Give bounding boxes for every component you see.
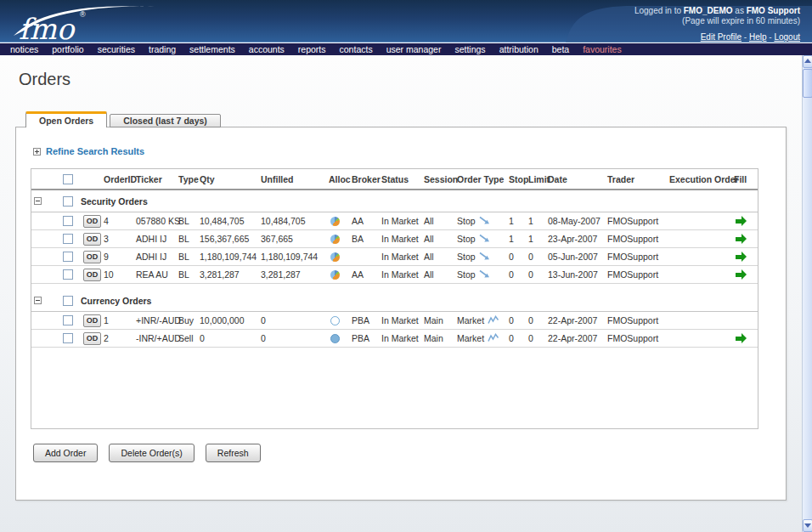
order-row: OD3ADHI IJBL156,367,665367,665BAIn Marke… [31, 230, 758, 248]
nav-item-attribution[interactable]: attribution [493, 44, 545, 54]
table-header: OrderIDTickerTypeQtyUnfilledAllocBrokerS… [31, 169, 758, 190]
nav-item-accounts[interactable]: accounts [242, 44, 291, 54]
cell-broker: AA [352, 269, 381, 280]
cell-qty: 1,180,109,744 [200, 252, 261, 262]
add-order-button[interactable]: Add Order [33, 444, 98, 462]
help-link[interactable]: Help [749, 32, 767, 42]
select-all-checkbox[interactable] [63, 174, 73, 184]
green-arrow-icon[interactable] [736, 337, 742, 341]
group-row-currency-orders: Currency Orders [31, 290, 758, 312]
cell-fill [734, 255, 758, 259]
header-links: Edit Profile - Help - Logout [634, 32, 800, 42]
edit-profile-link[interactable]: Edit Profile [701, 32, 742, 42]
row-checkbox[interactable] [63, 333, 73, 343]
order-detail-button[interactable]: OD [83, 215, 101, 228]
row-checkbox[interactable] [63, 234, 73, 244]
order-detail-button[interactable]: OD [83, 251, 101, 263]
group-select-checkbox[interactable] [63, 296, 73, 306]
collapse-group-icon[interactable] [34, 197, 42, 205]
cell-orderid: 9 [104, 252, 136, 262]
nav-item-securities[interactable]: securities [91, 44, 142, 54]
row-checkbox[interactable] [63, 315, 73, 325]
tab-closed-last-7-days[interactable]: Closed (last 7 days) [110, 114, 221, 127]
green-arrow-icon[interactable] [736, 255, 742, 259]
cell-qty: 10,484,705 [200, 216, 261, 226]
cell-ticker: ADHI IJ [136, 252, 178, 262]
fmo-logo[interactable]: fmo ® [12, 2, 161, 45]
table-body: Security OrdersOD4057880 KSBL10,484,7051… [31, 190, 758, 348]
cell-trader: FMOSupport [607, 315, 669, 325]
cell-broker: BA [352, 234, 381, 244]
pie-allocation-icon[interactable] [330, 235, 340, 244]
green-arrow-icon[interactable] [736, 273, 742, 277]
market-trend-icon [488, 333, 499, 342]
nav-item-settlements[interactable]: settlements [183, 44, 242, 54]
cell-trader: FMOSupport [607, 216, 669, 226]
cell-limit: 0 [528, 333, 548, 343]
cell-trader: FMOSupport [607, 234, 669, 244]
cell-session: Main [424, 315, 457, 325]
scrollbar-thumb[interactable] [803, 69, 812, 98]
logo-text: fmo [19, 12, 76, 42]
tab-open-orders[interactable]: Open Orders [25, 111, 107, 127]
cell-orderid: 2 [104, 333, 136, 343]
order-detail-button[interactable]: OD [83, 332, 101, 345]
fmo-logo-graphic: fmo ® [12, 2, 161, 42]
cell-stop: 1 [509, 216, 528, 226]
plus-expand-icon[interactable] [33, 148, 41, 156]
row-checkbox[interactable] [63, 252, 73, 262]
nav-item-beta[interactable]: beta [545, 44, 576, 54]
pie-allocation-icon[interactable] [330, 252, 340, 262]
cell-fill [734, 273, 758, 277]
nav-item-portfolio[interactable]: portfolio [45, 44, 90, 54]
nav-item-favourites[interactable]: favourites [576, 44, 629, 54]
cell-status: In Market [381, 315, 424, 325]
refresh-button[interactable]: Refresh [206, 444, 261, 462]
cell-broker: PBA [352, 315, 381, 325]
order-detail-button[interactable]: OD [83, 314, 101, 327]
order-type-label: Market [457, 315, 484, 325]
nav-item-settings[interactable]: settings [448, 44, 492, 54]
green-arrow-icon[interactable] [736, 219, 742, 224]
nav-item-contacts[interactable]: contacts [333, 44, 380, 54]
cell-qty: 10,000,000 [200, 315, 261, 325]
delete-order-s-button[interactable]: Delete Order(s) [109, 444, 194, 462]
column-header-execution-order: Execution Order [669, 174, 734, 184]
nav-item-notices[interactable]: notices [3, 44, 45, 54]
cell-ticker: 057880 KS [136, 216, 178, 226]
cell-stop: 0 [509, 333, 528, 343]
cell-order-type: Stop [457, 269, 509, 280]
refine-search-label: Refine Search Results [46, 146, 144, 156]
cell-trader: FMOSupport [607, 333, 669, 343]
group-select-checkbox[interactable] [63, 196, 73, 207]
order-type-label: Stop [457, 216, 476, 226]
cell-unfilled: 367,665 [261, 234, 329, 244]
app-header: fmo ® Logged in to FMO_DEMO as FMO Suppo… [0, 0, 812, 42]
cell-stop: 0 [509, 315, 528, 325]
circle-open-icon[interactable] [330, 316, 340, 325]
scroll-up-icon[interactable] [803, 55, 812, 68]
row-checkbox[interactable] [63, 269, 73, 280]
vertical-scrollbar[interactable] [802, 55, 812, 532]
scroll-down-icon[interactable] [803, 519, 812, 532]
column-header-session: Session [424, 174, 457, 184]
column-header-qty: Qty [200, 174, 261, 184]
green-arrow-icon[interactable] [736, 237, 742, 241]
cell-limit: 0 [528, 315, 548, 325]
logout-link[interactable]: Logout [774, 32, 800, 42]
nav-item-user-manager[interactable]: user manager [380, 44, 448, 54]
refine-search-toggle[interactable]: Refine Search Results [33, 146, 144, 156]
login-environment: FMO_DEMO [684, 6, 733, 15]
cell-date: 23-Apr-2007 [548, 234, 607, 244]
circle-filled-icon[interactable] [330, 334, 340, 343]
order-detail-button[interactable]: OD [83, 233, 101, 246]
nav-item-trading[interactable]: trading [142, 44, 183, 54]
pie-allocation-icon[interactable] [330, 217, 340, 226]
stop-trend-icon [479, 234, 491, 243]
nav-item-reports[interactable]: reports [291, 44, 333, 54]
pie-allocation-icon[interactable] [330, 270, 340, 280]
collapse-group-icon[interactable] [34, 297, 42, 304]
order-detail-button[interactable]: OD [83, 269, 101, 281]
row-checkbox[interactable] [63, 216, 73, 226]
order-row: OD4057880 KSBL10,484,70510,484,705AAIn M… [31, 212, 758, 230]
